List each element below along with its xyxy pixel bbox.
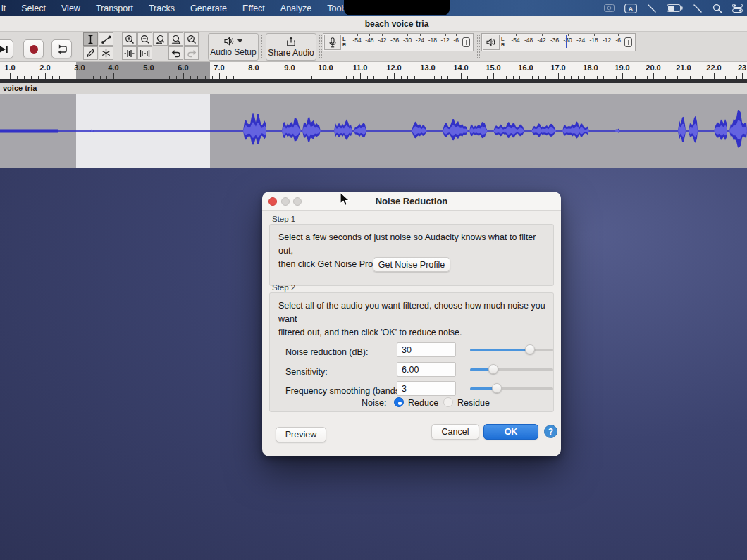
envelope-tool-button[interactable] xyxy=(99,32,113,46)
loop-button[interactable] xyxy=(51,39,72,58)
meter-tick-label: -54 xyxy=(511,37,519,44)
zoom-toggle-button[interactable] xyxy=(184,32,199,46)
sensitivity-input[interactable] xyxy=(397,362,456,377)
selection-tool-button[interactable] xyxy=(83,32,98,46)
stylus-icon[interactable] xyxy=(647,3,657,14)
slider-thumb[interactable] xyxy=(525,344,535,354)
redo-button[interactable] xyxy=(184,46,199,60)
playback-peak-marker xyxy=(566,35,567,48)
meter-tick-label: -6 xyxy=(453,37,459,44)
window-title-bar: beach voice tria xyxy=(0,16,747,32)
reduce-radio[interactable] xyxy=(394,397,404,407)
get-noise-profile-button[interactable]: Get Noise Profile xyxy=(373,257,450,272)
share-audio-button[interactable]: Share Audio xyxy=(266,33,316,61)
cancel-label: Cancel xyxy=(442,427,469,437)
loop-icon xyxy=(56,44,68,54)
close-button[interactable] xyxy=(268,197,277,206)
meter-tick-label: -48 xyxy=(365,37,374,44)
meter-tick-label: -24 xyxy=(576,37,585,44)
menu-item-it[interactable]: it xyxy=(0,4,13,13)
toolbar-grip[interactable] xyxy=(77,34,81,59)
ruler-label: 10.0 xyxy=(318,63,333,72)
playback-meter[interactable]: LR -54-48-42-36-30-24-18-12-6 xyxy=(481,33,636,51)
frequency-smoothing-input[interactable] xyxy=(397,381,456,396)
skip-to-end-icon xyxy=(0,45,8,54)
toolbar-grip[interactable] xyxy=(203,34,207,59)
meter-lr-labels: LR xyxy=(342,37,346,48)
toolbar: Audio Setup Share Audio LR -54-48-42-36-… xyxy=(0,32,747,62)
record-button[interactable] xyxy=(23,39,44,58)
zoom-out-button[interactable] xyxy=(137,32,152,46)
ruler-label: 21.0 xyxy=(676,63,691,72)
fit-project-button[interactable] xyxy=(168,32,183,46)
menu-item-tracks[interactable]: Tracks xyxy=(141,4,183,13)
menu-item-transport[interactable]: Transport xyxy=(88,4,141,13)
ruler-label: 12.0 xyxy=(386,63,401,72)
menu-item-view[interactable]: View xyxy=(54,4,88,13)
menu-item-generate[interactable]: Generate xyxy=(183,4,235,13)
noise-reduction-input[interactable] xyxy=(397,342,456,357)
preview-button[interactable]: Preview xyxy=(276,427,326,442)
toolbar-grip[interactable] xyxy=(476,34,481,59)
ruler-label: 20.0 xyxy=(646,63,660,72)
noise-reduction-slider[interactable] xyxy=(470,344,553,354)
trim-audio-icon xyxy=(124,49,135,58)
slider-thumb[interactable] xyxy=(492,383,502,393)
share-icon xyxy=(286,37,296,46)
stylus2-icon[interactable] xyxy=(693,3,703,14)
minimize-button[interactable] xyxy=(281,197,290,206)
clip-header[interactable]: voice tria xyxy=(0,83,747,94)
fit-selection-button[interactable] xyxy=(153,32,168,46)
timeline-ruler[interactable]: 1.02.03.04.05.06.07.08.09.010.011.012.01… xyxy=(0,62,747,79)
undo-button[interactable] xyxy=(168,46,183,60)
microphone-icon xyxy=(329,37,336,48)
recording-meter[interactable]: LR -54-48-42-36-30-24-18-12-6 xyxy=(323,33,474,51)
battery-icon[interactable] xyxy=(667,3,683,14)
step1-panel: Select a few seconds of just noise so Au… xyxy=(269,224,554,286)
frequency-smoothing-slider[interactable] xyxy=(470,383,553,393)
record-meter-mic-button[interactable] xyxy=(324,35,341,50)
ruler-label: 4.0 xyxy=(108,63,118,72)
screen-mirroring-icon[interactable] xyxy=(604,3,615,14)
zoom-out-icon xyxy=(140,35,150,44)
draw-tool-button[interactable] xyxy=(83,46,98,60)
meter-tick-label: -36 xyxy=(390,37,399,44)
ruler-label: 22.0 xyxy=(706,63,721,72)
chevron-down-icon xyxy=(237,39,242,43)
ruler-label: 3.0 xyxy=(74,63,85,72)
menu-item-analyze[interactable]: Analyze xyxy=(273,4,319,13)
spotlight-icon[interactable] xyxy=(712,3,722,14)
dialog-title-bar[interactable]: Noise Reduction xyxy=(262,192,561,211)
zoom-in-button[interactable] xyxy=(122,32,137,46)
cancel-button[interactable]: Cancel xyxy=(431,424,479,440)
meter-tick-label: -54 xyxy=(352,37,361,44)
menu-item-select[interactable]: Select xyxy=(13,4,54,13)
control-center-icon[interactable] xyxy=(732,3,743,14)
multi-tool-button[interactable] xyxy=(99,46,113,60)
ruler-label: 16.0 xyxy=(518,63,533,72)
audio-setup-button[interactable]: Audio Setup xyxy=(208,33,259,61)
toolbar-grip[interactable] xyxy=(261,34,265,59)
ok-label: OK xyxy=(505,427,518,437)
ruler-label: 17.0 xyxy=(550,63,565,72)
input-source-icon[interactable]: A xyxy=(624,3,637,14)
help-button[interactable]: ? xyxy=(544,425,557,438)
dialog-title: Noise Reduction xyxy=(376,196,448,206)
playback-meter-speaker-button[interactable] xyxy=(483,35,500,50)
sensitivity-slider[interactable] xyxy=(470,364,553,374)
slider-thumb[interactable] xyxy=(488,364,498,374)
step1-label: Step 1 xyxy=(272,215,295,223)
waveform-track[interactable] xyxy=(0,94,747,168)
maximize-button[interactable] xyxy=(293,197,302,206)
residue-radio[interactable] xyxy=(443,397,453,407)
record-icon xyxy=(29,44,39,54)
reduce-radio-label: Reduce xyxy=(408,398,438,408)
ok-button[interactable]: OK xyxy=(483,424,538,440)
menu-item-effect[interactable]: Effect xyxy=(235,4,273,13)
trim-audio-button[interactable] xyxy=(122,46,137,60)
meter-tick-label: -18 xyxy=(428,37,437,44)
silence-audio-button[interactable] xyxy=(137,46,152,60)
zoom-in-icon xyxy=(125,35,135,44)
ruler-label: 5.0 xyxy=(143,63,154,72)
skip-to-end-button[interactable] xyxy=(0,39,13,58)
